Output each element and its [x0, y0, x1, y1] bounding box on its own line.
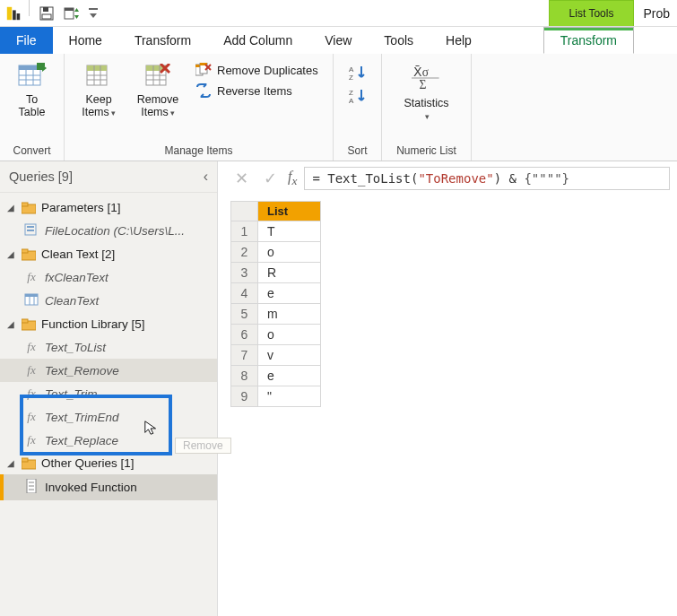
reverse-items-button[interactable]: Reverse Items: [192, 82, 322, 100]
remove-duplicates-icon: [195, 62, 212, 78]
list-cell[interactable]: ": [258, 386, 321, 407]
queries-panel: Queries [9] ‹ ◢ Parameters [1] FileLocat…: [0, 161, 218, 616]
parameter-icon: [23, 223, 39, 239]
tab-home[interactable]: Home: [53, 27, 118, 54]
sort-desc-button[interactable]: ZA: [348, 86, 368, 106]
list-query-icon: [23, 479, 39, 496]
tab-view[interactable]: View: [308, 27, 368, 54]
svg-rect-0: [7, 6, 12, 19]
svg-text:Z: Z: [349, 89, 353, 97]
svg-rect-45: [27, 226, 34, 228]
list-cell[interactable]: o: [258, 242, 321, 263]
row-number[interactable]: 3: [231, 263, 258, 283]
tab-add-column[interactable]: Add Column: [207, 27, 308, 54]
svg-rect-7: [65, 8, 74, 11]
svg-rect-4: [43, 7, 48, 12]
list-cell[interactable]: e: [258, 283, 321, 304]
statistics-button[interactable]: X̄σΣ Statistics▾: [395, 59, 459, 125]
apply-icon[interactable]: [62, 4, 82, 23]
row-number[interactable]: 7: [231, 345, 258, 366]
statistics-label: Statistics▾: [404, 97, 448, 123]
row-number[interactable]: 1: [231, 221, 258, 242]
svg-text:A: A: [349, 97, 354, 104]
list-cell[interactable]: R: [258, 263, 321, 283]
table-icon: [17, 61, 48, 91]
row-number[interactable]: 9: [231, 386, 258, 407]
list-table[interactable]: List 1T2o3R4e5m6o7v8e9": [230, 201, 321, 407]
save-icon[interactable]: [37, 4, 56, 23]
keep-items-button[interactable]: Keep Items▾: [74, 59, 124, 121]
expand-icon: ◢: [7, 249, 16, 259]
svg-text:Z: Z: [349, 74, 353, 81]
svg-text:X̄σ: X̄σ: [412, 65, 429, 79]
svg-rect-48: [22, 249, 28, 253]
folder-other-queries[interactable]: ◢ Other Queries [1]: [0, 452, 217, 474]
svg-text:A: A: [349, 65, 354, 74]
reverse-items-label: Reverse Items: [217, 84, 292, 98]
folder-icon: [22, 202, 36, 214]
column-header-list[interactable]: List: [258, 202, 321, 221]
query-text-remove[interactable]: fx Text_Remove: [0, 359, 217, 382]
row-number[interactable]: 2: [231, 242, 258, 263]
svg-rect-54: [22, 319, 28, 323]
svg-rect-8: [89, 8, 98, 10]
expand-icon: ◢: [7, 458, 16, 468]
list-cell[interactable]: m: [258, 304, 321, 325]
folder-parameters[interactable]: ◢ Parameters [1]: [0, 196, 217, 219]
svg-rect-50: [25, 294, 38, 297]
sort-asc-button[interactable]: AZ: [348, 63, 368, 82]
formula-input[interactable]: = Text_ToList("ToRemove") & {""""}: [304, 167, 670, 190]
contextual-tab-label: List Tools: [549, 0, 635, 26]
table-query-icon: [23, 293, 39, 308]
folder-function-library[interactable]: ◢ Function Library [5]: [0, 313, 217, 335]
remove-items-button[interactable]: Remove Items▾: [133, 59, 183, 121]
list-cell[interactable]: o: [258, 325, 321, 345]
to-table-label: To Table: [19, 93, 46, 118]
row-number[interactable]: 6: [231, 325, 258, 345]
query-text-trimend[interactable]: fx Text_TrimEnd: [0, 405, 217, 429]
commit-formula-button[interactable]: ✓: [259, 168, 281, 189]
row-number[interactable]: 8: [231, 366, 258, 386]
svg-rect-46: [27, 230, 34, 231]
collapse-pane-icon[interactable]: ‹: [204, 169, 208, 185]
function-icon: fx: [23, 340, 39, 354]
remove-duplicates-button[interactable]: Remove Duplicates: [192, 61, 322, 79]
group-manage-label: Manage Items: [74, 142, 324, 161]
tab-transform[interactable]: Transform: [118, 27, 207, 54]
tab-file[interactable]: File: [0, 27, 53, 54]
folder-clean-text[interactable]: ◢ Clean Text [2]: [0, 243, 217, 265]
tooltip: Remove: [175, 438, 231, 454]
row-number[interactable]: 5: [231, 304, 258, 325]
query-text-trim[interactable]: fx Text_Trim: [0, 382, 217, 405]
corner-cell[interactable]: [231, 202, 258, 221]
tab-list-transform[interactable]: Transform: [543, 27, 634, 54]
query-cleantext[interactable]: CleanText: [0, 289, 217, 313]
query-invoked-function[interactable]: Invoked Function: [0, 474, 217, 500]
to-table-button[interactable]: To Table: [9, 59, 55, 120]
remove-duplicates-label: Remove Duplicates: [217, 64, 318, 77]
keep-items-label: Keep Items▾: [82, 93, 116, 119]
function-icon: fx: [23, 363, 39, 377]
list-cell[interactable]: T: [258, 221, 321, 242]
group-numeric-label: Numeric List: [391, 142, 462, 161]
remove-items-label: Remove Items▾: [137, 93, 179, 119]
list-cell[interactable]: e: [258, 366, 321, 386]
fx-icon[interactable]: fx: [288, 169, 297, 188]
tab-help[interactable]: Help: [430, 27, 488, 54]
cursor-icon: [143, 420, 160, 436]
expand-icon: ◢: [7, 203, 16, 213]
tab-tools[interactable]: Tools: [368, 27, 430, 54]
function-icon: fx: [23, 433, 39, 447]
qat-dropdown-icon[interactable]: [87, 4, 100, 23]
list-cell[interactable]: v: [258, 345, 321, 366]
folder-icon: [22, 318, 36, 331]
cancel-formula-button[interactable]: ✕: [230, 168, 252, 189]
query-fxcleantext[interactable]: fx fxCleanText: [0, 265, 217, 289]
remove-items-icon: [143, 61, 173, 91]
row-number[interactable]: 4: [231, 283, 258, 304]
query-text-tolist[interactable]: fx Text_ToList: [0, 335, 217, 359]
keep-items-icon: [83, 61, 114, 91]
svg-rect-16: [87, 65, 107, 71]
query-filelocation[interactable]: FileLocation (C:\Users\L...: [0, 219, 217, 243]
svg-rect-56: [22, 458, 28, 462]
